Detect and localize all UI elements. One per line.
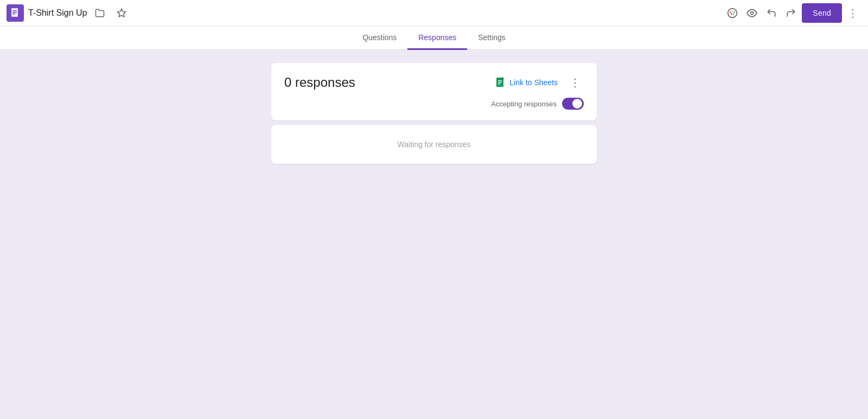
link-to-sheets-button[interactable]: Link to Sheets <box>491 75 562 90</box>
svg-rect-2 <box>12 12 17 13</box>
tabs-bar: Questions Responses Settings <box>0 26 868 50</box>
more-icon: ⋮ <box>847 7 858 20</box>
response-card-actions: Link to Sheets ⋮ <box>491 74 584 91</box>
accepting-responses-label: Accepting responses <box>491 100 557 108</box>
accepting-responses-toggle[interactable] <box>562 98 584 110</box>
tab-responses[interactable]: Responses <box>407 26 467 50</box>
svg-point-6 <box>730 11 732 12</box>
response-more-button[interactable]: ⋮ <box>566 74 584 91</box>
svg-point-8 <box>733 11 735 12</box>
svg-point-9 <box>733 13 735 15</box>
send-button[interactable]: Send <box>802 3 842 23</box>
toggle-thumb <box>572 99 582 109</box>
tab-questions[interactable]: Questions <box>352 26 407 50</box>
main-content: 0 responses Link to Sheets ⋮ <box>0 50 868 419</box>
topbar-left: T-Shirt Sign Up <box>7 4 724 22</box>
folder-button[interactable] <box>91 4 108 22</box>
svg-rect-14 <box>498 82 502 83</box>
svg-point-5 <box>728 8 737 17</box>
doc-title: T-Shirt Sign Up <box>28 8 87 18</box>
app-icon <box>7 4 24 22</box>
sheets-icon <box>495 77 506 88</box>
response-summary-card: 0 responses Link to Sheets ⋮ <box>271 63 597 120</box>
svg-point-10 <box>731 13 732 15</box>
waiting-card: Waiting for responses <box>271 125 597 164</box>
waiting-text: Waiting for responses <box>398 140 471 149</box>
response-card-bottom: Accepting responses <box>284 98 584 110</box>
more-options-button[interactable]: ⋮ <box>844 4 861 22</box>
topbar-right: Send ⋮ <box>724 3 861 23</box>
response-count: 0 responses <box>284 75 355 90</box>
redo-button[interactable] <box>782 4 800 22</box>
svg-rect-3 <box>12 14 15 15</box>
svg-rect-1 <box>12 10 17 11</box>
svg-rect-13 <box>498 80 502 81</box>
link-to-sheets-label: Link to Sheets <box>509 78 558 87</box>
svg-point-11 <box>751 11 754 14</box>
svg-rect-15 <box>498 84 500 85</box>
tab-settings[interactable]: Settings <box>467 26 516 50</box>
star-button[interactable] <box>113 4 130 22</box>
response-more-icon: ⋮ <box>570 76 580 89</box>
preview-button[interactable] <box>743 4 761 22</box>
customize-button[interactable] <box>724 4 741 22</box>
svg-point-7 <box>732 10 733 11</box>
topbar: T-Shirt Sign Up <box>0 0 868 26</box>
response-card-top: 0 responses Link to Sheets ⋮ <box>284 74 584 91</box>
undo-button[interactable] <box>763 4 780 22</box>
svg-marker-4 <box>118 9 126 16</box>
